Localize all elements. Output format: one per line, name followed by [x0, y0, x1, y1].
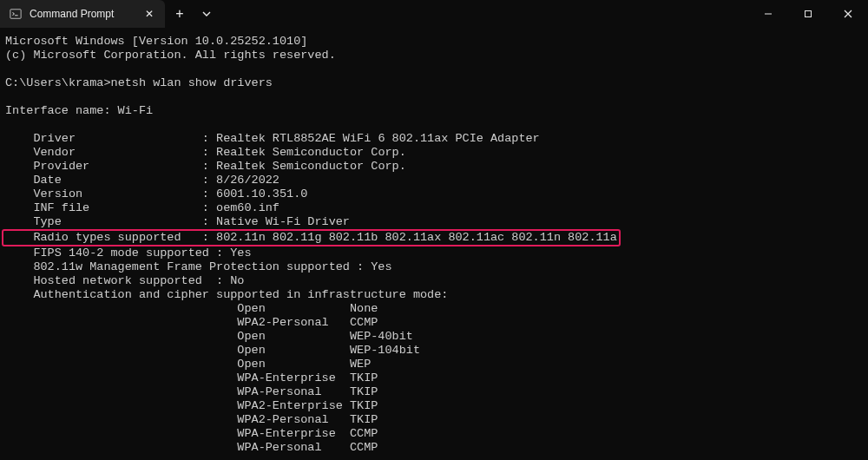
row-version-key: Version : [5, 187, 216, 200]
row-auth-header: Authentication and cipher supported in i… [5, 288, 448, 301]
row-driver-val: Realtek RTL8852AE WiFi 6 802.11ax PCIe A… [216, 132, 540, 145]
auth-row: WPA-Enterprise TKIP [5, 371, 378, 384]
row-vendor-key: Vendor : [5, 146, 216, 159]
auth-row: Open None [5, 302, 378, 315]
tab-close-button[interactable]: ✕ [142, 7, 156, 21]
new-tab-button[interactable]: + [165, 0, 194, 28]
auth-row: WPA2-Personal CCMP [5, 316, 378, 329]
svg-rect-3 [806, 11, 812, 17]
row-driver-key: Driver : [5, 132, 216, 145]
entered-command: netsh wlan show drivers [111, 76, 273, 89]
maximize-button[interactable] [788, 0, 828, 28]
os-banner-line1: Microsoft Windows [Version 10.0.25252.10… [5, 35, 307, 48]
row-fips: FIPS 140-2 mode supported : Yes [5, 246, 252, 260]
terminal-icon [9, 7, 23, 21]
window-controls [748, 0, 868, 28]
tab-command-prompt[interactable]: Command Prompt ✕ [0, 0, 165, 28]
auth-row: Open WEP-40bit [5, 330, 413, 343]
row-type-val: Native Wi-Fi Driver [216, 215, 350, 228]
tab-title: Command Prompt [30, 8, 135, 20]
row-vendor-val: Realtek Semiconductor Corp. [216, 146, 406, 159]
auth-row: WPA2-Enterprise TKIP [5, 399, 378, 412]
titlebar-drag-area[interactable] [219, 0, 748, 28]
svg-rect-0 [10, 10, 21, 19]
row-provider-key: Provider : [5, 160, 216, 173]
row-hosted-network: Hosted network supported : No [5, 274, 244, 287]
row-inf-key: INF file : [5, 201, 216, 214]
interface-name-line: Interface name: Wi-Fi [5, 104, 153, 117]
auth-row: WPA-Enterprise CCMP [5, 427, 378, 440]
window-titlebar: Command Prompt ✕ + [0, 0, 868, 28]
os-banner-line2: (c) Microsoft Corporation. All rights re… [5, 49, 336, 62]
auth-row: Open WEP [5, 358, 371, 371]
terminal-output[interactable]: Microsoft Windows [Version 10.0.25252.10… [0, 28, 868, 460]
row-type-key: Type : [5, 215, 216, 228]
auth-row: WPA-Personal CCMP [5, 441, 378, 454]
auth-row: WPA2-Personal TKIP [5, 413, 378, 426]
row-version-val: 6001.10.351.0 [216, 187, 307, 200]
close-window-button[interactable] [828, 0, 868, 28]
minimize-button[interactable] [748, 0, 788, 28]
auth-row: WPA-Personal TKIP [5, 385, 378, 398]
row-provider-val: Realtek Semiconductor Corp. [216, 160, 406, 173]
tab-dropdown-button[interactable] [194, 0, 219, 28]
prompt: C:\Users\krama> [5, 76, 111, 89]
row-date-key: Date : [5, 174, 216, 187]
auth-row: Open WEP-104bit [5, 344, 420, 357]
row-date-val: 8/26/2022 [216, 174, 279, 187]
row-inf-val: oem60.inf [216, 201, 279, 214]
row-mgmt-frame: 802.11w Management Frame Protection supp… [5, 260, 392, 273]
row-radio-types-highlighted: Radio types supported : 802.11n 802.11g … [2, 229, 621, 246]
